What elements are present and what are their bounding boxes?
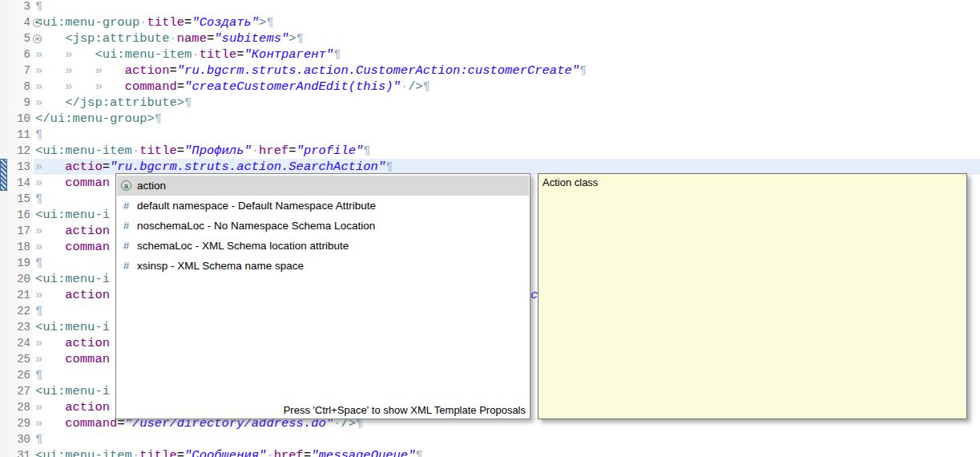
hash-icon: #	[121, 220, 131, 232]
code-token: action	[65, 224, 110, 238]
code-token: >	[259, 15, 266, 30]
code-token: <ui:menu-i	[35, 384, 110, 398]
occluded-code-fragment: c	[530, 287, 538, 303]
hash-icon: #	[121, 240, 131, 252]
code-token: =	[177, 144, 184, 158]
code-line[interactable]: » comman	[35, 351, 110, 367]
code-line[interactable]: <ui:menu-i	[35, 319, 110, 335]
line-number: 17	[0, 223, 30, 239]
whitespace-glyph: »	[35, 160, 65, 174]
whitespace-glyph: »	[35, 79, 65, 94]
code-token: "Профиль"	[184, 144, 252, 158]
code-line[interactable]: ¶	[35, 431, 42, 447]
whitespace-glyph: ¶	[296, 31, 304, 46]
code-line[interactable]: <ui:menu-group·title="Создать">¶	[35, 14, 274, 30]
code-line[interactable]: » action	[35, 399, 110, 415]
whitespace-glyph: ¶	[35, 368, 42, 382]
proposal-item[interactable]: #xsinsp - XML Schema name space	[117, 256, 529, 276]
whitespace-glyph: ¶	[155, 111, 162, 126]
line-number: 13	[0, 159, 30, 175]
code-token: "createCustomerAndEdit(this)"	[184, 79, 401, 94]
code-line[interactable]: <ui:menu-i	[35, 207, 110, 223]
code-line[interactable]: » comman	[35, 239, 110, 255]
code-token: comman	[65, 240, 110, 254]
line-number: 14	[0, 175, 30, 191]
line-number: 26	[0, 367, 30, 383]
code-token: title	[147, 15, 185, 30]
line-number: 25	[0, 351, 30, 367]
whitespace-glyph: ¶	[363, 144, 370, 158]
code-line[interactable]: » action	[35, 223, 110, 239]
code-line[interactable]: <ui:menu-i	[35, 271, 110, 287]
code-line[interactable]: » » » action="ru.bgcrm.struts.action.Cus…	[35, 63, 587, 79]
proposal-list[interactable]: aaction#default namespace - Default Name…	[117, 176, 529, 276]
whitespace-glyph: »	[35, 416, 65, 431]
proposal-item[interactable]: #default namespace - Default Namespace A…	[117, 196, 529, 216]
code-line[interactable]: ¶	[35, 127, 42, 143]
code-token: "subitems"	[214, 31, 288, 46]
proposal-item[interactable]: aaction	[117, 176, 529, 196]
code-line[interactable]: » » <ui:menu-item·title="Контрагент"¶	[35, 47, 341, 63]
proposal-label: default namespace - Default Namespace At…	[137, 200, 376, 212]
code-line[interactable]: » action	[35, 287, 110, 303]
line-number: 28	[0, 399, 30, 415]
code-token: "Создать"	[192, 15, 259, 30]
whitespace-glyph: ·	[401, 79, 408, 94]
proposal-item[interactable]: #noschemaLoc - No Namespace Schema Locat…	[117, 216, 529, 236]
whitespace-glyph: ¶	[35, 127, 42, 142]
code-line[interactable]: » action	[35, 335, 110, 351]
code-token: title	[200, 47, 237, 62]
whitespace-glyph: ¶	[35, 192, 42, 206]
whitespace-glyph: ¶	[266, 15, 273, 30]
line-number: 29	[0, 415, 30, 431]
code-token: =	[207, 31, 214, 46]
whitespace-glyph: »	[35, 336, 65, 350]
code-line[interactable]: ¶	[35, 255, 42, 271]
line-number: 22	[0, 303, 30, 319]
code-token: =	[184, 15, 192, 30]
code-line[interactable]: » <jsp:attribute·name="subitems">¶	[35, 30, 304, 47]
code-line[interactable]: <ui:menu-i	[35, 383, 110, 399]
code-token: comman	[65, 352, 110, 366]
line-number: 3	[0, 0, 30, 14]
code-line[interactable]: ¶	[35, 303, 42, 319]
code-line[interactable]: </ui:menu-group>¶	[35, 111, 162, 127]
proposal-item[interactable]: #schemaLoc - XML Schema location attribu…	[117, 236, 529, 256]
content-assist-popup[interactable]: aaction#default namespace - Default Name…	[115, 173, 530, 419]
whitespace-glyph: »	[35, 224, 65, 238]
code-line[interactable]: ¶	[35, 367, 42, 383]
code-token: action	[65, 336, 110, 350]
code-token: title	[139, 144, 177, 158]
code-token: =	[236, 47, 244, 62]
code-token: command	[65, 416, 117, 431]
code-token: =	[177, 79, 184, 94]
code-token: href	[274, 448, 304, 457]
whitespace-glyph: »	[35, 31, 65, 46]
code-line[interactable]: <ui:menu-item·title="Профиль"·href="prof…	[35, 143, 371, 159]
code-token: <ui:menu-group	[35, 15, 139, 30]
code-token: =	[304, 448, 311, 457]
code-token: "Контрагент"	[244, 47, 334, 62]
code-line[interactable]: » </jsp:attribute>¶	[35, 95, 192, 111]
code-line[interactable]: » comman	[35, 175, 110, 191]
line-number: 16	[0, 207, 30, 223]
code-token: name	[177, 31, 207, 46]
whitespace-glyph: »	[65, 47, 95, 62]
whitespace-glyph: »	[35, 400, 65, 415]
hash-icon: #	[121, 260, 131, 272]
code-token: title	[139, 448, 177, 457]
code-token: actio	[65, 160, 103, 174]
code-token: action	[125, 63, 170, 78]
code-token: =	[169, 63, 176, 78]
code-token: <ui:menu-item	[35, 144, 132, 158]
code-line[interactable]: ¶	[35, 0, 42, 14]
code-line[interactable]: ¶	[35, 191, 42, 207]
code-line[interactable]: » » » command="createCustomerAndEdit(thi…	[35, 79, 430, 95]
code-line[interactable]: » actio="ru.bgcrm.struts.action.SearchAc…	[35, 159, 393, 175]
code-line[interactable]: <ui:menu-item·title="Сообщения"·href="me…	[35, 447, 423, 457]
proposal-label: schemaLoc - XML Schema location attribut…	[137, 240, 349, 252]
whitespace-glyph: ¶	[35, 256, 42, 270]
line-number: 12	[0, 143, 30, 159]
code-token: =	[177, 448, 184, 457]
whitespace-glyph: »	[65, 63, 95, 78]
